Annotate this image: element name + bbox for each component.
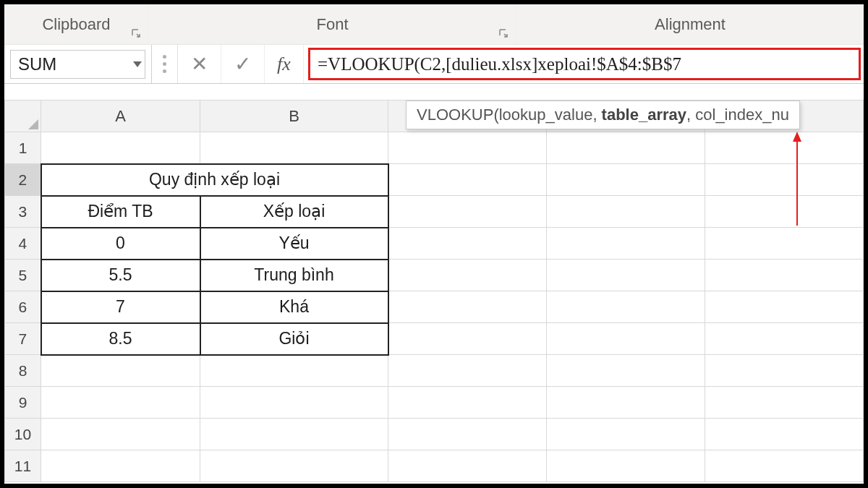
row-header-7[interactable]: 7	[5, 323, 41, 355]
cell-c5[interactable]	[388, 260, 547, 291]
cell-b5[interactable]: Trung bình	[200, 260, 388, 291]
cell-e3[interactable]	[705, 196, 864, 228]
tooltip-fn-name: VLOOKUP	[417, 106, 493, 124]
column-header-a[interactable]: A	[41, 100, 200, 132]
cell-b6[interactable]: Khá	[200, 291, 388, 323]
cell-b10[interactable]	[200, 419, 388, 450]
cell-d1[interactable]	[547, 132, 705, 164]
cell-b8[interactable]	[200, 355, 388, 387]
close-icon: ✕	[191, 52, 208, 76]
row-header-9[interactable]: 9	[5, 387, 41, 419]
ribbon-group-clipboard: Clipboard	[4, 4, 149, 44]
cell-a7[interactable]: 8.5	[41, 323, 200, 355]
cell-a9[interactable]	[41, 387, 200, 419]
row-header-8[interactable]: 8	[5, 355, 41, 387]
cell-a1[interactable]	[41, 132, 200, 164]
cell-d4[interactable]	[547, 228, 705, 260]
formula-bar-row: SUM ✕ ✓ fx =VLOOKUP(C2,[dulieu.xlsx]xepl…	[4, 45, 864, 84]
cell-b9[interactable]	[200, 387, 388, 419]
row-header-6[interactable]: 6	[5, 291, 41, 323]
cell-e9[interactable]	[705, 387, 864, 419]
ribbon-group-font-label: Font	[316, 15, 348, 34]
cell-d3[interactable]	[547, 196, 705, 228]
name-box-value: SUM	[18, 54, 56, 74]
cell-c9[interactable]	[388, 387, 547, 419]
cell-d10[interactable]	[547, 419, 705, 450]
chevron-down-icon	[133, 61, 142, 67]
function-arguments-tooltip[interactable]: VLOOKUP(lookup_value, table_array, col_i…	[406, 100, 800, 129]
fx-icon: fx	[277, 53, 291, 75]
ribbon-group-font: Font	[149, 4, 516, 44]
name-box[interactable]: SUM	[10, 50, 145, 79]
cell-d11[interactable]	[547, 450, 705, 482]
font-dialog-launcher-icon[interactable]	[497, 27, 510, 40]
cell-d9[interactable]	[547, 387, 705, 419]
cell-b7[interactable]: Giỏi	[200, 323, 388, 355]
check-icon: ✓	[234, 52, 251, 76]
row-header-10[interactable]: 10	[5, 419, 41, 450]
tooltip-arg-3: col_index_nu	[695, 106, 789, 124]
clipboard-dialog-launcher-icon[interactable]	[129, 27, 142, 40]
merged-title-cell[interactable]: Quy định xếp loại	[41, 164, 388, 196]
cell-a8[interactable]	[41, 355, 200, 387]
cell-a10[interactable]	[41, 419, 200, 450]
insert-function-button[interactable]: fx	[265, 45, 304, 83]
row-header-2[interactable]: 2	[5, 164, 41, 196]
cell-a4[interactable]: 0	[41, 228, 200, 260]
column-header-b[interactable]: B	[200, 100, 388, 132]
vertical-dots-icon	[163, 55, 166, 73]
cell-d5[interactable]	[547, 260, 705, 291]
cell-e2[interactable]	[705, 164, 864, 196]
ribbon-group-clipboard-label: Clipboard	[42, 15, 110, 34]
cell-c2[interactable]	[388, 164, 547, 196]
cell-e8[interactable]	[705, 355, 864, 387]
cell-d7[interactable]	[547, 323, 705, 355]
cancel-formula-button[interactable]: ✕	[178, 45, 221, 83]
cell-e6[interactable]	[705, 291, 864, 323]
cell-a6[interactable]: 7	[41, 291, 200, 323]
cell-b1[interactable]	[200, 132, 388, 164]
header-cell-a3[interactable]: Điểm TB	[41, 196, 200, 228]
cell-e1[interactable]	[705, 132, 864, 164]
cell-d6[interactable]	[547, 291, 705, 323]
cell-c10[interactable]	[388, 419, 547, 450]
cell-d8[interactable]	[547, 355, 705, 387]
ribbon-group-alignment: Alignment	[516, 4, 864, 44]
cell-b4[interactable]: Yếu	[200, 228, 388, 260]
header-cell-b3[interactable]: Xếp loại	[200, 196, 388, 228]
row-header-4[interactable]: 4	[5, 228, 41, 260]
cell-e5[interactable]	[705, 260, 864, 291]
cell-c1[interactable]	[388, 132, 547, 164]
cell-e7[interactable]	[705, 323, 864, 355]
cell-c8[interactable]	[388, 355, 547, 387]
cell-c7[interactable]	[388, 323, 547, 355]
cell-c11[interactable]	[388, 450, 547, 482]
formula-text: =VLOOKUP(C2,[dulieu.xlsx]xeploai!$A$4:$B…	[318, 54, 681, 74]
row-header-5[interactable]: 5	[5, 260, 41, 291]
cell-c4[interactable]	[388, 228, 547, 260]
ribbon-group-alignment-label: Alignment	[655, 15, 726, 34]
cell-c3[interactable]	[388, 196, 547, 228]
cell-e4[interactable]	[705, 228, 864, 260]
cell-e10[interactable]	[705, 419, 864, 450]
cell-b11[interactable]	[200, 450, 388, 482]
tooltip-arg-1: lookup_value	[499, 106, 593, 124]
worksheet-grid[interactable]: VLOOKUP(lookup_value, table_array, col_i…	[4, 100, 864, 482]
ribbon-group-labels: Clipboard Font Alignment	[4, 4, 864, 45]
select-all-corner[interactable]	[5, 100, 41, 132]
row-header-1[interactable]: 1	[5, 132, 41, 164]
formula-bar-options[interactable]	[152, 45, 178, 83]
cell-d2[interactable]	[547, 164, 705, 196]
tooltip-arg-2: table_array	[602, 106, 686, 124]
cell-c6[interactable]	[388, 291, 547, 323]
row-header-3[interactable]: 3	[5, 196, 41, 228]
row-header-11[interactable]: 11	[5, 450, 41, 482]
enter-formula-button[interactable]: ✓	[221, 45, 265, 83]
formula-bar-input[interactable]: =VLOOKUP(C2,[dulieu.xlsx]xeploai!$A$4:$B…	[308, 48, 861, 80]
cell-e11[interactable]	[705, 450, 864, 482]
cell-a5[interactable]: 5.5	[41, 260, 200, 291]
cell-a11[interactable]	[41, 450, 200, 482]
